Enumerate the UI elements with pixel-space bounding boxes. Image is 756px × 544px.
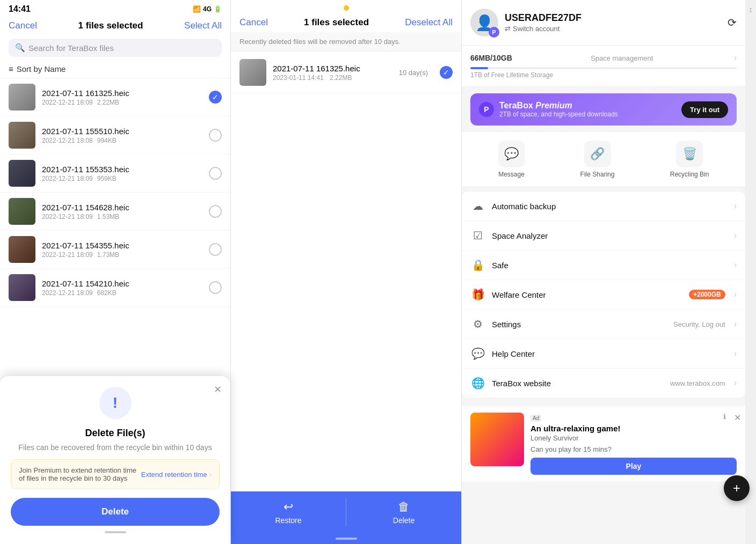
network-label: 4G — [203, 5, 212, 13]
file-checkbox[interactable] — [209, 129, 222, 142]
storage-free-label: 1TB of Free Lifetime Storage — [470, 71, 737, 79]
settings-sub: Security, Log out — [673, 320, 725, 328]
settings-label: Settings — [492, 320, 667, 329]
file-checkbox[interactable] — [209, 281, 222, 294]
file-checkbox[interactable] — [209, 91, 222, 104]
search-bar[interactable]: 🔍 Search for TeraBox files — [9, 39, 222, 57]
storage-usage: 66MB/10GB — [470, 54, 512, 62]
refresh-icon[interactable]: ⟳ — [728, 16, 737, 29]
menu-item-space-analyzer[interactable]: ☑ Space Analyzer › — [462, 221, 745, 251]
cancel-button[interactable]: Cancel — [9, 20, 37, 31]
ad-close-button[interactable]: ✕ — [734, 413, 741, 423]
sort-bar[interactable]: ≡ Sort by Name — [0, 60, 230, 78]
extend-retention-link[interactable]: Extend retention time — [141, 471, 207, 479]
file-meta: 2022-12-21 18:09 2.22MB — [42, 99, 202, 106]
fab-button[interactable]: + — [724, 475, 750, 501]
status-indicator-dot — [344, 5, 349, 11]
try-premium-button[interactable]: Try it out — [681, 101, 728, 118]
list-item[interactable]: 2021-07-11 154210.heic 2022-12-21 18:09 … — [0, 269, 230, 307]
space-analyzer-arrow-icon: › — [734, 231, 737, 240]
list-item[interactable]: 2021-07-11 155510.heic 2022-12-21 18:08 … — [0, 116, 230, 155]
file-info: 2021-07-11 155510.heic 2022-12-21 18:08 … — [42, 127, 202, 144]
quick-action-recycling-bin[interactable]: 🗑️ Recycling Bin — [670, 141, 709, 178]
restore-label: Restore — [275, 516, 301, 525]
list-item[interactable]: 2021-07-11 154628.heic 2022-12-21 18:09 … — [0, 193, 230, 231]
welfare-icon: 🎁 — [470, 288, 485, 301]
recycle-notice: Recently deleted files will be removed a… — [231, 32, 461, 52]
file-info: 2021-07-11 154628.heic 2022-12-21 18:09 … — [42, 203, 202, 220]
recycle-header: Cancel 1 files selected Deselect All — [231, 13, 461, 32]
menu-item-settings[interactable]: ⚙ Settings Security, Log out › — [462, 310, 745, 339]
file-checkbox[interactable] — [209, 167, 222, 180]
ad-play-button[interactable]: Play — [530, 458, 737, 475]
profile-info: USERADFE27DF ⇄ Switch account — [505, 12, 721, 33]
file-info: 2021-07-11 155353.heic 2022-12-21 18:09 … — [42, 165, 202, 182]
quick-action-file-sharing[interactable]: 🔗 File Sharing — [580, 141, 615, 178]
premium-left: P TeraBox Premium 2TB of space, and high… — [479, 101, 618, 118]
menu-item-automatic-backup[interactable]: ☁ Automatic backup › — [462, 192, 745, 221]
file-name: 2021-07-11 161325.heic — [42, 89, 202, 98]
file-sharing-icon: 🔗 — [584, 141, 611, 167]
search-placeholder: Search for TeraBox files — [28, 43, 114, 53]
safe-icon: 🔒 — [470, 259, 485, 271]
restore-button[interactable]: ↩ Restore — [231, 491, 346, 533]
restore-icon: ↩ — [284, 500, 293, 514]
dialog-close-button[interactable]: ✕ — [214, 384, 222, 395]
help-icon: 💬 — [470, 347, 485, 360]
ad-banner: Ad An ultra-relaxing game! Lonely Surviv… — [462, 406, 745, 481]
selected-count-title: 1 files selected — [78, 20, 143, 31]
profile-header: 👤 P USERADFE27DF ⇄ Switch account ⟳ — [462, 0, 745, 46]
quick-actions: 💬 Message 🔗 File Sharing 🗑️ Recycling Bi… — [462, 132, 745, 187]
storage-bar — [470, 67, 737, 69]
list-item[interactable]: 2021-07-11 154355.heic 2022-12-21 18:09 … — [0, 231, 230, 269]
delete-confirm-button[interactable]: Delete — [11, 498, 220, 526]
space-management-link[interactable]: Space management — [591, 54, 653, 62]
ad-info-icon[interactable]: ℹ — [723, 413, 726, 421]
file-size: 1.73MB — [97, 251, 119, 259]
recycle-file-item[interactable]: 2021-07-11 161325.heic 2023-01-11 14:41 … — [231, 52, 461, 94]
search-icon: 🔍 — [15, 43, 25, 53]
website-sub: www.terabox.com — [670, 379, 725, 387]
deselect-all-button[interactable]: Deselect All — [405, 17, 453, 28]
menu-item-welfare-center[interactable]: 🎁 Welfare Center +2000GB › — [462, 280, 745, 310]
recycle-selected-title: 1 files selected — [304, 17, 369, 28]
file-checkbox[interactable] — [209, 243, 222, 256]
dialog-promo-banner[interactable]: Join Premium to extend retention time of… — [11, 459, 220, 489]
dialog-promo-text: Join Premium to extend retention time of… — [19, 466, 137, 482]
menu-item-help-center[interactable]: 💬 Help Center › — [462, 339, 745, 369]
file-date: 2022-12-21 18:08 — [42, 137, 93, 144]
safe-arrow-icon: › — [734, 260, 737, 270]
recycle-cancel-button[interactable]: Cancel — [239, 17, 268, 28]
switch-account-button[interactable]: ⇄ Switch account — [505, 25, 721, 33]
bottom-indicator — [105, 531, 126, 533]
backup-arrow-icon: › — [734, 201, 737, 211]
message-label: Message — [498, 171, 525, 178]
quick-action-message[interactable]: 💬 Message — [498, 141, 525, 178]
recycle-file-checkbox[interactable]: ✓ — [440, 66, 453, 79]
delete-label: Delete — [393, 516, 415, 525]
sort-icon: ≡ — [9, 64, 13, 73]
select-all-button[interactable]: Select All — [184, 20, 222, 31]
file-checkbox[interactable] — [209, 205, 222, 218]
welfare-label: Welfare Center — [492, 290, 682, 299]
menu-item-terabox-website[interactable]: 🌐 TeraBox website www.terabox.com › — [462, 369, 745, 398]
delete-button[interactable]: 🗑 Delete — [346, 491, 461, 533]
recycling-bin-label: Recycling Bin — [670, 171, 709, 178]
recycle-action-bar: ↩ Restore 🗑 Delete — [231, 491, 461, 533]
menu-item-safe[interactable]: 🔒 Safe › — [462, 251, 745, 280]
list-item[interactable]: 2021-07-11 161325.heic 2022-12-21 18:09 … — [0, 78, 230, 116]
backup-label: Automatic backup — [492, 202, 728, 211]
ad-thumbnail — [470, 413, 524, 466]
file-thumbnail — [9, 198, 35, 225]
list-item[interactable]: 2021-07-11 155353.heic 2022-12-21 18:09 … — [0, 155, 230, 193]
files-header: Cancel 1 files selected Select All — [0, 16, 230, 35]
recycle-spacer — [231, 94, 461, 491]
file-date: 2022-12-21 18:09 — [42, 213, 93, 220]
file-date: 2022-12-21 18:09 — [42, 175, 93, 182]
file-name: 2021-07-11 155510.heic — [42, 127, 202, 136]
backup-icon: ☁ — [470, 200, 485, 212]
file-date: 2022-12-21 18:09 — [42, 99, 93, 106]
recycle-bottom-indicator — [336, 538, 357, 540]
switch-label: Switch account — [513, 25, 559, 33]
status-icons: 📶 4G 🔋 — [193, 5, 222, 13]
